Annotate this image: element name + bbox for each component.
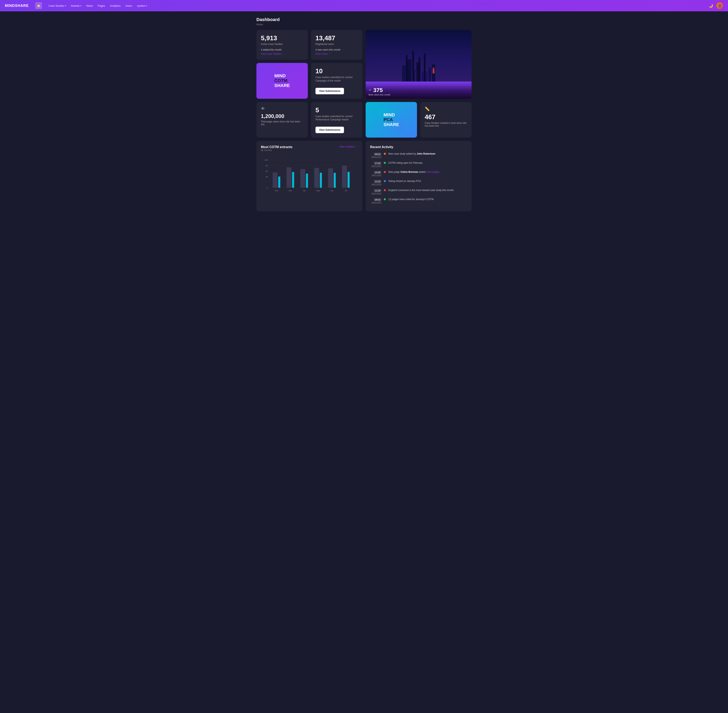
card-cotm-submissions: 10 Case studies submitted for current Ca… <box>311 63 362 99</box>
svg-text:May: May <box>316 189 320 192</box>
svg-text:0: 0 <box>267 187 268 189</box>
cotm-submissions-label: Case studies submitted for current Campa… <box>316 76 358 82</box>
nav-system[interactable]: system <box>137 4 147 7</box>
pca-line2: PCA <box>383 117 399 122</box>
hero-views-number: 375 <box>373 87 383 94</box>
svg-rect-23 <box>328 169 333 188</box>
page-title: Dashboard <box>256 17 472 22</box>
nav-awards[interactable]: Awards <box>71 4 81 7</box>
activity-dot <box>384 189 386 191</box>
svg-rect-14 <box>287 167 292 188</box>
eye-icon: 👁 <box>261 106 303 111</box>
pca-line3: SHARE <box>383 122 399 127</box>
edit-icon: ✏️ <box>425 106 467 111</box>
chart-title: Most COTM entrants <box>261 145 292 149</box>
case-studies-number: 5,913 <box>261 34 303 42</box>
total-studies-number: 467 <box>425 113 467 121</box>
svg-text:Mar: Mar <box>289 189 292 192</box>
nav-users[interactable]: Users <box>125 4 132 7</box>
hero-views-label: Most views this month <box>368 94 469 96</box>
svg-text:Jul: Jul <box>345 189 347 192</box>
case-studies-label: Active Case Studies <box>261 43 303 46</box>
page-views-label: Total page views since site has been liv… <box>261 120 303 126</box>
card-pca-logo: MIND PCA SHARE <box>366 102 417 138</box>
svg-rect-18 <box>306 174 308 188</box>
activity-item: 12:20 29/01/2023 Voting closed on Januar… <box>370 179 467 186</box>
activity-time-block: 14:00 29/01/2023 <box>370 170 381 177</box>
user-avatar[interactable]: 👤 <box>716 2 723 9</box>
pca-submissions-label: Case studies submitted for current Perfo… <box>316 115 358 122</box>
activity-dot <box>384 180 386 182</box>
activity-item: 11:20 29/01/2023 England Lionesses is th… <box>370 189 467 195</box>
bottom-section: Most COTM entrants By Country View Analy… <box>256 141 472 211</box>
navbar-right: 🌙 👤 <box>709 2 723 9</box>
card-page-views: 👁 1,200,000 Total page views since site … <box>256 102 308 138</box>
view-cotm-submissions-button[interactable]: View Submissions <box>316 88 344 94</box>
activity-time-block: 11:20 29/01/2023 <box>370 189 381 195</box>
svg-rect-24 <box>333 173 336 188</box>
chart-subtitle: By Country <box>261 149 292 151</box>
svg-rect-11 <box>272 173 277 188</box>
nav-news[interactable]: News <box>86 4 93 7</box>
case-studies-sub: 4 added this month <box>261 48 303 51</box>
users-number: 13,487 <box>316 34 358 42</box>
card-recent-activity: Recent Activity 08:42 30/01/2023 New cas… <box>366 141 472 211</box>
activity-time-block: 17:42 29/01/2023 <box>370 161 381 167</box>
activity-dot <box>384 162 386 164</box>
cotm-line1: MIND <box>274 73 290 78</box>
view-case-studies-link[interactable]: View Case Studies → <box>261 52 303 55</box>
page-views-number: 1,200,000 <box>261 113 303 119</box>
activity-dot <box>384 171 386 173</box>
svg-text:90: 90 <box>266 164 268 167</box>
activity-title: Recent Activity <box>370 145 467 149</box>
view-pca-submissions-button[interactable]: View Submissions <box>316 127 344 133</box>
pca-line1: MIND <box>383 112 399 117</box>
svg-rect-20 <box>314 168 319 188</box>
svg-text:120: 120 <box>265 159 268 161</box>
svg-rect-15 <box>292 172 294 188</box>
view-judges-link[interactable]: View judges <box>426 170 439 173</box>
card-hero-image: 👁 375 Most views this month <box>366 30 472 99</box>
card-cotm-logo: MIND COTM SHARE <box>256 63 308 99</box>
nav-pages[interactable]: Pages <box>98 4 105 7</box>
activity-time-block: 08:42 30/01/2023 <box>370 152 381 158</box>
cotm-line3: SHARE <box>274 83 290 88</box>
svg-rect-26 <box>342 166 347 188</box>
cotm-submissions-number: 10 <box>316 67 358 75</box>
card-registered-users: 13,487 Registered users 4 new users this… <box>311 30 362 60</box>
activity-time-block: 12:20 29/01/2023 <box>370 179 381 186</box>
breadcrumb: Home <box>256 23 472 26</box>
total-studies-label: Case Studies created in total since site… <box>425 122 467 127</box>
view-analytics-link[interactable]: View Analytics → <box>339 145 358 148</box>
brand-logo: MINDSHARE <box>5 4 29 8</box>
svg-rect-12 <box>278 176 280 188</box>
main-content: Dashboard Home 5,913 Active Case Studies… <box>251 11 477 217</box>
navbar: MINDSHARE 🏠 Case Studies Awards News Pag… <box>0 0 728 11</box>
svg-rect-27 <box>348 172 350 188</box>
nav-analytics[interactable]: Analytics <box>110 4 121 7</box>
activity-item: 08:42 29/01/2023 12 judges have voted fo… <box>370 198 467 204</box>
svg-rect-17 <box>300 169 305 188</box>
activity-dot <box>384 153 386 155</box>
cotm-line2: COTM <box>274 78 290 83</box>
home-nav-button[interactable]: 🏠 <box>35 2 42 9</box>
users-label: Registered users <box>316 43 358 46</box>
users-sub: 4 new users this month <box>316 48 358 51</box>
svg-text:60: 60 <box>266 170 268 172</box>
activity-item: 08:42 30/01/2023 New case study added by… <box>370 152 467 158</box>
svg-text:30: 30 <box>266 176 268 178</box>
svg-text:Feb: Feb <box>275 189 278 192</box>
dark-mode-toggle[interactable]: 🌙 <box>709 3 713 8</box>
nav-case-studies[interactable]: Case Studies <box>49 4 66 7</box>
svg-text:Jun: Jun <box>331 189 333 192</box>
activity-time-block: 08:42 29/01/2023 <box>370 198 381 204</box>
card-chart: Most COTM entrants By Country View Analy… <box>256 141 362 211</box>
card-total-studies: ✏️ 467 Case Studies created in total sin… <box>420 102 472 138</box>
pca-submissions-number: 5 <box>316 106 358 114</box>
dashboard-grid: 5,913 Active Case Studies 4 added this m… <box>256 30 472 137</box>
svg-text:Apr: Apr <box>303 189 306 192</box>
view-users-link[interactable]: View Users → <box>316 52 358 55</box>
card-active-case-studies: 5,913 Active Case Studies 4 added this m… <box>256 30 308 60</box>
svg-rect-21 <box>320 173 322 188</box>
activity-dot <box>384 198 386 200</box>
